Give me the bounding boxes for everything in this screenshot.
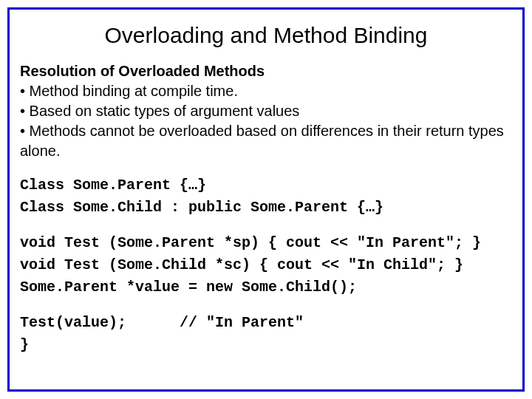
bullet-item: • Methods cannot be overloaded based on … (20, 121, 512, 161)
section-subheading: Resolution of Overloaded Methods (20, 61, 512, 81)
code-line: Some.Parent *value = new Some.Child(); (20, 276, 512, 299)
spacer (20, 219, 512, 232)
bullet-item: • Method binding at compile time. (20, 81, 512, 101)
code-line: } (20, 334, 512, 356)
code-line: Class Some.Child : public Some.Parent {…… (20, 197, 512, 219)
bullet-item: • Based on static types of argument valu… (20, 101, 512, 121)
code-line: void Test (Some.Parent *sp) { cout << "I… (20, 232, 512, 254)
code-line: Test(value); // "In Parent" (20, 312, 512, 334)
slide-frame: Overloading and Method Binding Resolutio… (7, 7, 525, 392)
spacer (20, 299, 512, 312)
code-line: Class Some.Parent {…} (20, 174, 512, 197)
slide-title: Overloading and Method Binding (20, 23, 512, 48)
code-line: void Test (Some.Child *sc) { cout << "In… (20, 254, 512, 276)
spacer (20, 161, 512, 174)
